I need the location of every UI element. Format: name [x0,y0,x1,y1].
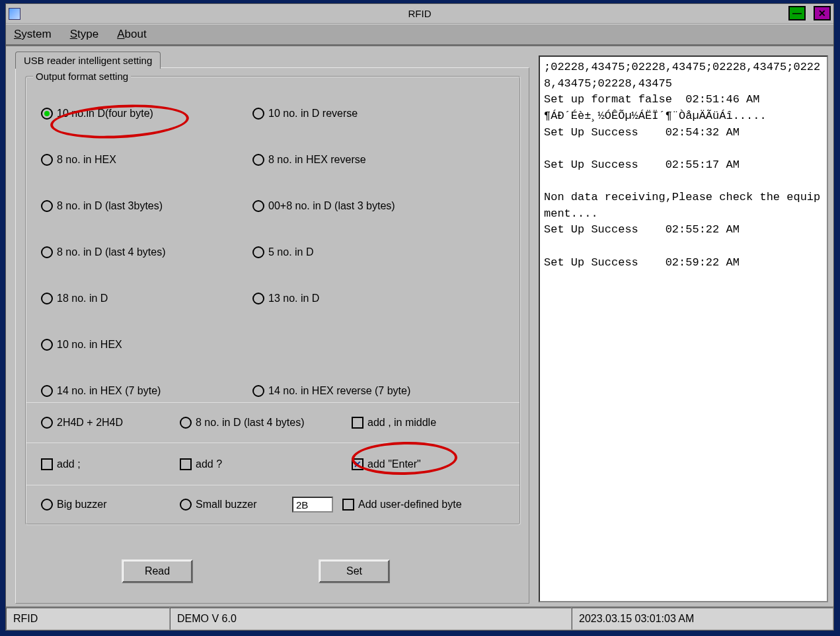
radio-8no-d-last4-b[interactable]: 8 no. in D (last 4 bytes) [180,417,352,429]
menu-stype[interactable]: Stype [70,28,98,41]
menubar: System Stype About [6,24,833,46]
check-add-question[interactable]: add ? [180,458,352,470]
status-left: RFID [6,608,170,630]
close-button[interactable]: ✕ [814,6,831,20]
radio-10no-d-reverse[interactable]: 10 no. in D reverse [252,90,504,137]
check-add-enter[interactable]: add "Enter" [352,458,421,470]
checkbox-icon [352,417,363,429]
radio-5no-d[interactable]: 5 no. in D [252,229,504,275]
radio-icon [252,154,264,166]
group-title: Output format setting [33,71,131,82]
check-add-semicolon[interactable]: add ; [41,458,180,470]
checkbox-icon [41,458,53,470]
radio-2h4d[interactable]: 2H4D + 2H4D [41,417,180,429]
radio-icon [252,246,264,258]
radio-00-8no-d-last3[interactable]: 00+8 no. in D (last 3 bytes) [252,183,504,229]
radio-icon [180,499,192,511]
radio-8no-hex[interactable]: 8 no. in HEX [41,137,252,183]
radio-icon [41,499,53,511]
window-title: RFID [408,8,432,19]
radio-icon [252,200,264,212]
read-button[interactable]: Read [122,559,193,583]
radio-icon [180,417,192,429]
minimize-button[interactable]: — [788,6,806,20]
log-output[interactable]: ;02228,43475;02228,43475;02228,43475;022… [539,55,828,602]
radio-10no-d-4byte[interactable]: 10 no.in D(four byte) [41,90,252,137]
user-byte-input[interactable] [292,497,333,512]
radio-big-buzzer[interactable]: Big buzzer [41,499,180,511]
menu-about[interactable]: About [117,28,146,41]
radio-18no-d[interactable]: 18 no. in D [41,275,252,322]
titlebar: RFID — ✕ [6,4,833,24]
radio-8no-hex-reverse[interactable]: 8 no. in HEX reverse [252,137,504,183]
menu-system[interactable]: System [14,28,52,41]
radio-8no-d-last3[interactable]: 8 no. in D (last 3bytes) [41,183,252,229]
radio-icon [41,154,53,166]
radio-icon [41,293,53,304]
radio-13no-d[interactable]: 13 no. in D [252,275,504,322]
radio-icon [41,200,53,212]
radio-icon [41,339,53,351]
checkbox-icon [342,499,354,511]
app-window: RFID — ✕ System Stype About USB reader i… [5,3,834,631]
radio-10no-hex[interactable]: 10 no. in HEX [41,322,252,368]
radio-8no-d-last4[interactable]: 8 no. in D (last 4 bytes) [41,229,252,275]
radio-small-buzzer[interactable]: Small buzzer [180,499,292,511]
checkbox-icon [352,458,363,470]
set-button[interactable]: Set [319,559,390,583]
radio-icon [41,246,53,258]
settings-panel: Output format setting 10 no.in D(four by… [15,67,529,604]
client-area: USB reader intelligent setting Output fo… [6,46,833,606]
radio-icon [41,108,53,120]
output-format-group: Output format setting 10 no.in D(four by… [25,76,521,525]
checkbox-icon [180,458,192,470]
app-icon [9,8,20,20]
status-mid: DEMO V 6.0 [170,608,572,630]
radio-icon [252,108,264,120]
status-right: 2023.03.15 03:01:03 AM [572,608,833,630]
statusbar: RFID DEMO V 6.0 2023.03.15 03:01:03 AM [6,606,833,630]
check-user-defined-byte[interactable]: Add user-defined byte [342,499,462,511]
check-add-comma[interactable]: add , in middle [352,417,436,429]
radio-icon [252,293,264,304]
tab-usb-reader[interactable]: USB reader intelligent setting [15,52,161,69]
radio-icon [41,385,53,397]
radio-icon [41,417,53,429]
radio-icon [252,385,264,397]
